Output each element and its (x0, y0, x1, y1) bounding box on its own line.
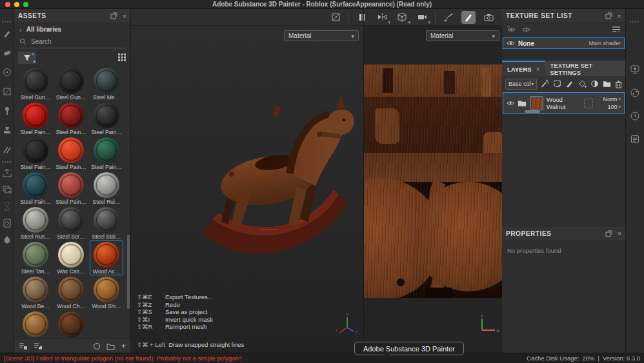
undock-panel-icon[interactable] (110, 12, 117, 19)
export-icon[interactable] (2, 168, 12, 178)
asset-item[interactable]: Wood Ch… (54, 275, 88, 310)
paint-mode-button[interactable] (461, 11, 476, 24)
perspective-button[interactable]: ▾ (395, 11, 409, 24)
asset-item[interactable]: Steel Pain… (54, 136, 88, 171)
asset-item[interactable]: Steel Pain… (19, 136, 52, 171)
add-effect-icon[interactable] (541, 79, 549, 88)
close-tab-icon[interactable]: × (536, 66, 540, 73)
tab-layers[interactable]: LAYERS × (502, 61, 545, 76)
material-mode-dropdown-2d[interactable]: Material ▾ (426, 30, 499, 41)
asset-item[interactable]: Steel Stai… (90, 206, 123, 240)
viewport-divider[interactable] (363, 9, 364, 353)
blend-mode-dropdown[interactable]: Norm ▾ (603, 96, 621, 103)
right-panels: TEXTURE SET LIST × None Main shader LAYE… (502, 9, 626, 353)
symmetry-settings-button[interactable]: ▾ (375, 11, 389, 24)
clone-tool-icon[interactable] (2, 125, 12, 135)
close-panel-icon[interactable]: × (618, 230, 621, 237)
texture-set-row[interactable]: None Main shader (503, 37, 625, 49)
symmetry-off-button[interactable] (328, 11, 343, 24)
eye-icon[interactable] (507, 40, 515, 46)
undock-panel-icon[interactable] (605, 12, 612, 19)
display-settings-icon[interactable] (630, 64, 640, 75)
search-input[interactable] (31, 38, 108, 45)
paint-tool-icon[interactable] (2, 28, 12, 39)
asset-item[interactable]: Wood Shi… (90, 275, 123, 310)
pause-engine-button[interactable] (355, 11, 369, 24)
status-error-message: [Scene 3D] Failed to triangulate polygon… (4, 355, 242, 362)
close-panel-icon[interactable]: × (618, 12, 621, 20)
asset-item[interactable]: Steel Pain… (54, 101, 88, 136)
geometry-mask-icon[interactable] (2, 235, 12, 245)
new-folder-icon[interactable] (106, 342, 115, 350)
lazy-mouse-icon (444, 13, 453, 22)
asset-item[interactable]: Steel Gun… (19, 66, 52, 101)
eye-sync-icon[interactable] (507, 26, 516, 34)
lazy-mouse-button[interactable] (441, 11, 456, 24)
add-resource-icon[interactable]: + (121, 343, 126, 349)
rail-grip (2, 161, 12, 163)
grid-view-icon[interactable] (117, 53, 126, 62)
view-2d[interactable]: Material ▾ V U (363, 26, 502, 353)
log-icon[interactable] (630, 134, 640, 144)
chevron-right-icon: › (19, 26, 22, 34)
list-options-icon[interactable] (612, 26, 621, 34)
asset-item[interactable]: Steel Pain… (54, 171, 88, 206)
library-selector[interactable]: › All libraries (14, 23, 130, 35)
add-smart-material-icon[interactable] (553, 79, 561, 88)
asset-item[interactable]: Steel Pain… (90, 101, 123, 136)
layer-visibility-icon[interactable] (507, 100, 514, 106)
add-paint-layer-icon[interactable] (565, 79, 574, 88)
layer-mask-slot[interactable] (584, 99, 593, 108)
add-fill-layer-icon[interactable] (578, 79, 587, 88)
asset-item[interactable]: Steel Pain… (19, 101, 52, 136)
asset-item[interactable]: Steel Rui… (90, 171, 123, 206)
resource-updater-icon[interactable] (2, 218, 12, 228)
snapshot-button[interactable] (481, 11, 496, 24)
particles-tool-icon[interactable] (2, 144, 12, 155)
undock-panel-icon[interactable] (605, 230, 612, 237)
asset-grid: Steel Gun… Steel Gun… Steel Me… Steel Pa… (14, 66, 126, 338)
asset-item[interactable]: Steel Me… (90, 66, 123, 101)
shortcut-label: Invert quick mask (165, 316, 213, 324)
asset-item[interactable]: Steel Gun… (54, 66, 88, 101)
export-resources-icon[interactable] (34, 342, 43, 350)
eraser-tool-icon[interactable] (2, 48, 12, 58)
asset-item[interactable]: Steel Rus… (19, 206, 52, 240)
delete-layer-icon[interactable] (615, 80, 622, 88)
close-panel-icon[interactable]: × (123, 12, 126, 20)
projection-tool-icon[interactable] (2, 67, 12, 77)
eye-solo-icon[interactable] (521, 26, 531, 34)
asset-item[interactable]: Steel Pain… (90, 136, 123, 171)
asset-item[interactable]: Wood Ac… (90, 240, 123, 275)
asset-item[interactable]: Wood Wa… (54, 310, 88, 338)
camera-settings-button[interactable]: ▾ (415, 11, 429, 24)
asset-item[interactable]: Steel Scr… (54, 206, 88, 240)
smudge-tool-icon[interactable] (2, 106, 12, 116)
refresh-icon[interactable] (93, 342, 101, 350)
tab-texture-set-settings[interactable]: TEXTURE SET SETTINGS (545, 61, 625, 76)
properties-body: No properties found (502, 241, 625, 353)
filter-button[interactable]: ▾ (18, 52, 36, 64)
assets-scrollbar[interactable] (127, 235, 130, 309)
history-icon[interactable] (630, 111, 640, 121)
status-bar: [Scene 3D] Failed to triangulate polygon… (0, 353, 644, 363)
asset-item[interactable]: Steel Tan… (19, 240, 52, 275)
polygon-fill-tool-icon[interactable] (2, 86, 12, 97)
asset-label: Wood Shi… (90, 303, 123, 309)
shortcut-key: ⇧⌘E (137, 293, 165, 301)
opacity-dropdown[interactable]: 100 ▾ (607, 104, 621, 110)
shortcut-overlay: ⇧⌘E Export Textures... ⇧⌘Z Redo ⇧⌘S Save… (137, 293, 213, 331)
add-mask-icon[interactable] (590, 79, 599, 88)
smart-materials-icon[interactable] (2, 184, 12, 195)
asset-item[interactable]: Wax Can… (54, 240, 88, 275)
shader-settings-icon[interactable] (630, 88, 640, 98)
import-resources-icon[interactable] (19, 342, 28, 350)
layer-row[interactable]: Wood Walnut Norm ▾ 100 ▾ (503, 92, 625, 114)
view-3d[interactable]: Material ▾ (131, 26, 363, 353)
asset-item[interactable]: Steel Pain… (19, 171, 52, 206)
layer-thumbnail[interactable] (530, 96, 543, 110)
add-folder-icon[interactable] (603, 80, 611, 88)
asset-item[interactable]: Wood Be… (19, 275, 52, 310)
asset-item[interactable]: Wood Shi… (19, 310, 52, 338)
channel-dropdown[interactable]: Base col ▾ (505, 79, 537, 90)
